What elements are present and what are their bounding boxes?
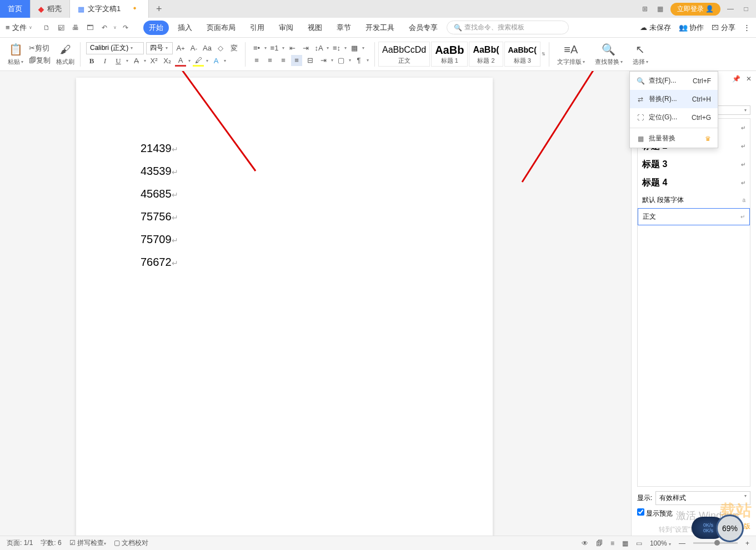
paste-button[interactable]: 粘贴▾ bbox=[8, 58, 23, 66]
phonetic-icon[interactable]: 変 bbox=[228, 43, 239, 54]
list-item[interactable]: 默认 段落字体a bbox=[638, 192, 750, 208]
more-icon[interactable]: ⋮ bbox=[743, 23, 750, 32]
ribbon-tab-layout[interactable]: 页面布局 bbox=[201, 21, 241, 35]
menu-replace[interactable]: ⇄替换(R)... Ctrl+H bbox=[630, 90, 718, 108]
style-list: 标题 1↵ 标题 2↵ 标题 3↵ 标题 4↵ 默认 段落字体a 正文↵ bbox=[637, 118, 750, 487]
ribbon-tab-dev[interactable]: 开发工具 bbox=[360, 21, 400, 35]
para-mark-icon[interactable]: ¶ bbox=[353, 55, 364, 66]
decrease-font-icon[interactable]: A- bbox=[188, 43, 199, 54]
tab-home[interactable]: 首页 bbox=[0, 0, 31, 18]
menu-find[interactable]: 🔍查找(F)... Ctrl+F bbox=[630, 72, 718, 90]
search-icon: 🔍 bbox=[637, 77, 644, 85]
align-right-icon[interactable]: ≡ bbox=[278, 55, 289, 66]
list-item[interactable]: 标题 4↵ bbox=[638, 174, 750, 192]
minimize-button[interactable]: — bbox=[725, 3, 736, 14]
maximize-button[interactable]: □ bbox=[740, 3, 752, 14]
distribute-icon[interactable]: ⊟ bbox=[304, 55, 316, 66]
file-menu[interactable]: ≡ 文件 ∨ bbox=[6, 23, 32, 33]
font-size-select[interactable]: 四号▾ bbox=[146, 42, 173, 54]
clear-format-icon[interactable]: ◇ bbox=[215, 43, 226, 54]
copy-button[interactable]: 🗐 复制 bbox=[29, 55, 51, 66]
zoom-out-icon[interactable]: — bbox=[679, 539, 685, 547]
status-proof[interactable]: ▢ 文档校对 bbox=[114, 538, 148, 548]
font-select[interactable]: Calibri (正文)▾ bbox=[86, 42, 144, 54]
text-layout-button[interactable]: ≡A 文字排版▾ bbox=[553, 42, 589, 66]
menu-goto[interactable]: ⛶定位(G)... Ctrl+G bbox=[630, 108, 718, 127]
print-icon[interactable]: 🖶 bbox=[70, 22, 81, 33]
format-painter-icon[interactable]: 🖌 bbox=[60, 42, 71, 57]
command-search-input[interactable]: 🔍查找命令、搜索模板 bbox=[447, 21, 569, 34]
tab-docker[interactable]: ◆稻壳 bbox=[31, 0, 70, 18]
font-color-button[interactable]: A bbox=[175, 55, 186, 67]
document-page[interactable]: 21439↵ 43539↵ 45685↵ 75756↵ 75709↵ 76672… bbox=[76, 78, 493, 536]
ribbon-tab-chapter[interactable]: 章节 bbox=[331, 21, 357, 35]
preview-icon[interactable]: 🗔 bbox=[84, 22, 96, 33]
indent-icon[interactable]: ⇥ bbox=[300, 43, 311, 54]
collab-button[interactable]: 👥 协作 bbox=[679, 23, 704, 33]
shading-icon[interactable]: ▩ bbox=[349, 43, 360, 54]
eye-icon[interactable]: 👁 bbox=[582, 539, 588, 547]
superscript-button[interactable]: X² bbox=[148, 55, 159, 67]
bullet-list-icon[interactable]: ≡• bbox=[251, 43, 262, 54]
share-button[interactable]: ⮹ 分享 bbox=[712, 23, 735, 33]
ribbon-tab-start[interactable]: 开始 bbox=[143, 21, 169, 35]
undo-icon[interactable]: ↶ bbox=[99, 22, 110, 33]
style-gallery[interactable]: AaBbCcDd正文 AaBb标题 1 AaBb(标题 2 AaBbC(标题 3… bbox=[378, 42, 545, 67]
select-button[interactable]: ↖ 选择▾ bbox=[628, 42, 653, 66]
zoom-slider[interactable] bbox=[693, 542, 738, 544]
ribbon-tab-view[interactable]: 视图 bbox=[302, 21, 328, 35]
paste-icon[interactable]: 📋 bbox=[9, 42, 23, 57]
view-outline-icon[interactable]: ≡ bbox=[610, 539, 614, 547]
text-effect-button[interactable]: A bbox=[211, 55, 222, 67]
percentage-widget[interactable]: 69% bbox=[716, 514, 744, 542]
strikethrough-button[interactable]: A̶ bbox=[131, 55, 142, 67]
login-button[interactable]: 立即登录 👤 bbox=[670, 3, 720, 16]
status-page[interactable]: 页面: 1/1 bbox=[7, 538, 33, 548]
view-read-icon[interactable]: ▭ bbox=[636, 539, 642, 547]
zoom-in-icon[interactable]: + bbox=[745, 539, 749, 547]
format-painter-button[interactable]: 格式刷 bbox=[56, 58, 74, 66]
ribbon-tab-review[interactable]: 审阅 bbox=[273, 21, 299, 35]
highlight-button[interactable]: 🖊 bbox=[193, 55, 204, 67]
text-direction-icon[interactable]: ↕A bbox=[313, 43, 324, 54]
find-replace-button[interactable]: 🔍 查找替换▾ bbox=[590, 42, 627, 66]
status-words[interactable]: 字数: 6 bbox=[41, 538, 61, 548]
save-icon[interactable]: 🗋 bbox=[41, 22, 52, 33]
underline-button[interactable]: U bbox=[113, 55, 124, 67]
ribbon-tab-member[interactable]: 会员专享 bbox=[403, 21, 443, 35]
tab-document[interactable]: ▦文字文稿1 bbox=[70, 0, 149, 18]
tab-add-button[interactable]: + bbox=[149, 0, 169, 18]
change-case-icon[interactable]: Aа bbox=[202, 43, 213, 54]
zoom-value[interactable]: 100% ▾ bbox=[650, 539, 671, 547]
cut-button[interactable]: ✂ 剪切 bbox=[29, 43, 49, 54]
view-print-icon[interactable]: 🗐 bbox=[596, 539, 603, 547]
redo-icon[interactable]: ↷ bbox=[120, 22, 131, 33]
tab-icon[interactable]: ⇥ bbox=[318, 55, 329, 66]
increase-font-icon[interactable]: A+ bbox=[175, 43, 186, 54]
print-preview-icon[interactable]: 🗟 bbox=[56, 22, 67, 33]
line-spacing-icon[interactable]: ≡↕ bbox=[331, 43, 342, 54]
unsaved-status[interactable]: ☁ 未保存 bbox=[640, 23, 671, 33]
pin-icon[interactable]: 📌 bbox=[732, 75, 740, 83]
layout-icon[interactable]: ⊞ bbox=[639, 3, 650, 14]
view-web-icon[interactable]: ▦ bbox=[622, 539, 628, 547]
close-panel-icon[interactable]: ✕ bbox=[746, 75, 752, 83]
ribbon-tab-reference[interactable]: 引用 bbox=[244, 21, 270, 35]
menu-batch-replace[interactable]: ▦批量替换 ♛ bbox=[630, 129, 718, 148]
ribbon-tab-insert[interactable]: 插入 bbox=[172, 21, 198, 35]
align-justify-icon[interactable]: ≡ bbox=[291, 55, 302, 66]
subscript-button[interactable]: X₂ bbox=[162, 55, 173, 67]
style-expand-icon[interactable]: ⇅ bbox=[542, 52, 545, 57]
align-center-icon[interactable]: ≡ bbox=[264, 55, 276, 66]
align-left-icon[interactable]: ≡ bbox=[251, 55, 262, 66]
border-icon[interactable]: ▢ bbox=[336, 55, 347, 66]
outdent-icon[interactable]: ⇤ bbox=[287, 43, 298, 54]
italic-button[interactable]: I bbox=[99, 55, 111, 67]
apps-icon[interactable]: ▦ bbox=[655, 3, 666, 14]
bold-button[interactable]: B bbox=[86, 55, 97, 67]
list-item-selected[interactable]: 正文↵ bbox=[638, 208, 750, 225]
status-spellcheck[interactable]: ☑ 拼写检查▾ bbox=[69, 538, 106, 548]
replace-icon: ⇄ bbox=[637, 95, 644, 103]
number-list-icon[interactable]: ≡1 bbox=[269, 43, 280, 54]
list-item[interactable]: 标题 3↵ bbox=[638, 155, 750, 174]
